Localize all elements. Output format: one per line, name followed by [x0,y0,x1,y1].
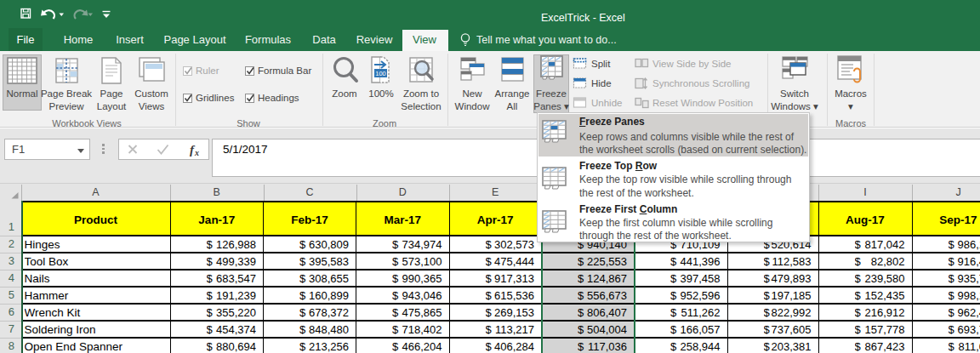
svg-text:x: x [194,148,199,157]
svg-text:100: 100 [375,70,386,77]
